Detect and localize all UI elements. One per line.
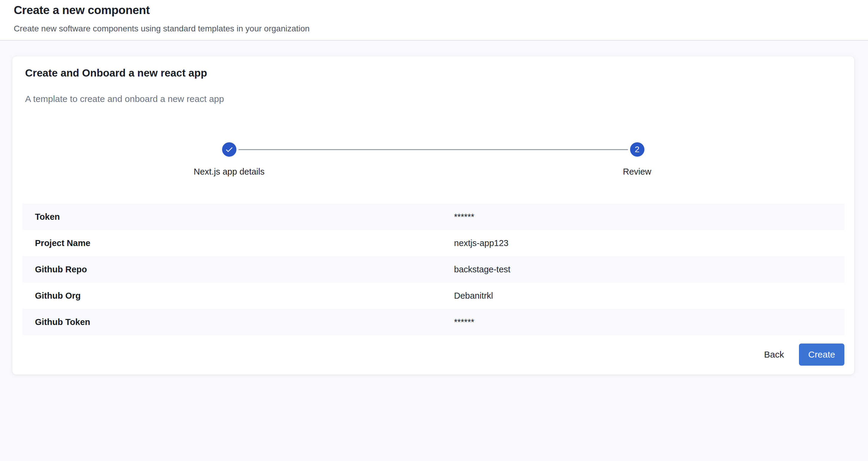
review-row-value: nextjs-app123 bbox=[454, 238, 508, 248]
step-number: 2 bbox=[635, 145, 640, 154]
review-row-label: Github Repo bbox=[23, 265, 87, 274]
review-row-label: Project Name bbox=[23, 238, 90, 248]
review-row-label: Github Token bbox=[23, 317, 90, 327]
step-label: Next.js app details bbox=[194, 167, 265, 177]
review-table: Token ****** Project Name nextjs-app123 … bbox=[23, 204, 844, 335]
review-row-value: ****** bbox=[454, 212, 474, 222]
check-icon bbox=[222, 142, 237, 157]
card-footer: Back Create bbox=[23, 343, 844, 366]
template-card: Create and Onboard a new react app A tem… bbox=[12, 56, 854, 375]
card-title: Create and Onboard a new react app bbox=[25, 67, 207, 79]
review-row-project-name: Project Name nextjs-app123 bbox=[23, 230, 844, 256]
step-label: Review bbox=[623, 167, 651, 177]
create-button[interactable]: Create bbox=[799, 343, 844, 366]
review-row-value: Debanitrkl bbox=[454, 291, 493, 301]
step-nextjs-app-details[interactable]: Next.js app details bbox=[25, 142, 433, 177]
card-subtitle: A template to create and onboard a new r… bbox=[25, 94, 224, 104]
review-row-github-repo: Github Repo backstage-test bbox=[23, 256, 844, 282]
step-connector-line bbox=[239, 149, 628, 150]
page-title: Create a new component bbox=[14, 4, 150, 17]
review-row-value: ****** bbox=[454, 317, 474, 327]
review-row-value: backstage-test bbox=[454, 265, 510, 274]
back-button[interactable]: Back bbox=[764, 343, 785, 366]
page-subtitle: Create new software components using sta… bbox=[14, 24, 310, 33]
stepper: Next.js app details 2 Review bbox=[25, 142, 841, 177]
review-row-github-token: Github Token ****** bbox=[23, 309, 844, 335]
review-row-label: Github Org bbox=[23, 291, 81, 301]
page-header: Create a new component Create new softwa… bbox=[0, 0, 868, 41]
step-number-badge: 2 bbox=[630, 142, 644, 157]
step-review[interactable]: 2 Review bbox=[433, 142, 841, 177]
review-row-github-org: Github Org Debanitrkl bbox=[23, 282, 844, 309]
review-row-label: Token bbox=[23, 212, 60, 222]
review-row-token: Token ****** bbox=[23, 204, 844, 230]
